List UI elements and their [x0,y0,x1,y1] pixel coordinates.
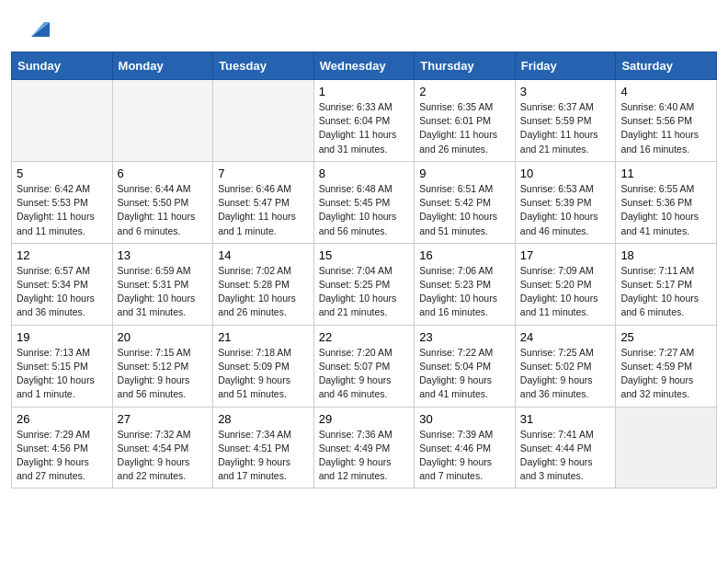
day-info: Sunrise: 7:34 AM Sunset: 4:51 PM Dayligh… [218,428,309,484]
day-cell: 26Sunrise: 7:29 AM Sunset: 4:56 PM Dayli… [12,407,113,488]
day-number: 4 [620,85,711,98]
day-info: Sunrise: 6:46 AM Sunset: 5:47 PM Dayligh… [218,182,309,238]
day-cell: 19Sunrise: 7:13 AM Sunset: 5:15 PM Dayli… [12,325,113,407]
day-info: Sunrise: 7:20 AM Sunset: 5:07 PM Dayligh… [319,346,410,402]
day-info: Sunrise: 7:39 AM Sunset: 4:46 PM Dayligh… [419,428,510,484]
day-number: 21 [218,330,309,344]
day-cell: 27Sunrise: 7:32 AM Sunset: 4:54 PM Dayli… [112,407,213,488]
day-info: Sunrise: 6:40 AM Sunset: 5:56 PM Dayligh… [620,100,711,156]
header-cell-monday: Monday [112,52,213,80]
day-number: 12 [17,248,108,262]
header-cell-thursday: Thursday [415,52,516,80]
day-number: 19 [17,330,108,344]
day-cell: 14Sunrise: 7:02 AM Sunset: 5:28 PM Dayli… [213,243,314,325]
day-number: 15 [319,248,410,262]
day-info: Sunrise: 7:15 AM Sunset: 5:12 PM Dayligh… [118,346,209,402]
day-info: Sunrise: 7:09 AM Sunset: 5:20 PM Dayligh… [520,264,611,320]
day-cell: 29Sunrise: 7:36 AM Sunset: 4:49 PM Dayli… [313,407,415,488]
day-cell: 8Sunrise: 6:48 AM Sunset: 5:45 PM Daylig… [313,161,415,243]
day-info: Sunrise: 6:44 AM Sunset: 5:50 PM Dayligh… [118,182,209,238]
day-cell: 1Sunrise: 6:33 AM Sunset: 6:04 PM Daylig… [313,80,415,162]
day-cell: 31Sunrise: 7:41 AM Sunset: 4:44 PM Dayli… [515,407,616,488]
day-number: 28 [218,412,309,426]
day-info: Sunrise: 6:57 AM Sunset: 5:34 PM Dayligh… [17,264,108,320]
day-number: 26 [17,412,108,426]
header-cell-saturday: Saturday [616,52,717,80]
day-info: Sunrise: 7:27 AM Sunset: 4:59 PM Dayligh… [620,346,711,402]
day-number: 10 [520,167,611,180]
day-cell: 11Sunrise: 6:55 AM Sunset: 5:36 PM Dayli… [616,161,717,243]
day-cell: 4Sunrise: 6:40 AM Sunset: 5:56 PM Daylig… [616,80,717,162]
day-cell: 25Sunrise: 7:27 AM Sunset: 4:59 PM Dayli… [616,325,717,407]
week-row-4: 26Sunrise: 7:29 AM Sunset: 4:56 PM Dayli… [12,407,717,488]
calendar-wrapper: SundayMondayTuesdayWednesdayThursdayFrid… [0,52,728,500]
week-row-1: 5Sunrise: 6:42 AM Sunset: 5:53 PM Daylig… [12,161,717,243]
day-cell: 30Sunrise: 7:39 AM Sunset: 4:46 PM Dayli… [415,407,516,488]
day-info: Sunrise: 7:22 AM Sunset: 5:04 PM Dayligh… [419,346,510,402]
day-info: Sunrise: 7:36 AM Sunset: 4:49 PM Dayligh… [319,428,410,484]
day-cell: 5Sunrise: 6:42 AM Sunset: 5:53 PM Daylig… [12,161,113,243]
day-info: Sunrise: 7:25 AM Sunset: 5:02 PM Dayligh… [520,346,611,402]
day-cell [213,80,314,162]
day-cell: 18Sunrise: 7:11 AM Sunset: 5:17 PM Dayli… [616,243,717,325]
day-cell: 10Sunrise: 6:53 AM Sunset: 5:39 PM Dayli… [515,161,616,243]
day-number: 2 [419,85,510,98]
header [0,0,728,52]
logo [22,17,50,42]
day-info: Sunrise: 6:33 AM Sunset: 6:04 PM Dayligh… [319,100,410,156]
header-cell-sunday: Sunday [12,52,113,80]
day-info: Sunrise: 6:55 AM Sunset: 5:36 PM Dayligh… [620,182,711,238]
day-cell: 15Sunrise: 7:04 AM Sunset: 5:25 PM Dayli… [313,243,415,325]
day-number: 14 [218,248,309,262]
day-info: Sunrise: 6:53 AM Sunset: 5:39 PM Dayligh… [520,182,611,238]
day-number: 11 [620,167,711,180]
page: SundayMondayTuesdayWednesdayThursdayFrid… [0,0,728,500]
week-row-3: 19Sunrise: 7:13 AM Sunset: 5:15 PM Dayli… [12,325,717,407]
day-cell [616,407,717,488]
week-row-0: 1Sunrise: 6:33 AM Sunset: 6:04 PM Daylig… [12,80,717,162]
day-info: Sunrise: 6:51 AM Sunset: 5:42 PM Dayligh… [419,182,510,238]
day-info: Sunrise: 7:32 AM Sunset: 4:54 PM Dayligh… [118,428,209,484]
day-cell: 20Sunrise: 7:15 AM Sunset: 5:12 PM Dayli… [112,325,213,407]
day-cell: 2Sunrise: 6:35 AM Sunset: 6:01 PM Daylig… [415,80,516,162]
day-info: Sunrise: 6:42 AM Sunset: 5:53 PM Dayligh… [17,182,108,238]
day-cell: 23Sunrise: 7:22 AM Sunset: 5:04 PM Dayli… [415,325,516,407]
day-number: 6 [118,167,209,180]
day-number: 27 [118,412,209,426]
day-number: 30 [419,412,510,426]
day-number: 31 [520,412,611,426]
day-cell [12,80,113,162]
header-cell-wednesday: Wednesday [313,52,415,80]
day-number: 1 [319,85,410,98]
day-info: Sunrise: 7:11 AM Sunset: 5:17 PM Dayligh… [620,264,711,320]
day-info: Sunrise: 7:06 AM Sunset: 5:23 PM Dayligh… [419,264,510,320]
day-cell: 12Sunrise: 6:57 AM Sunset: 5:34 PM Dayli… [12,243,113,325]
day-number: 5 [17,167,108,180]
day-cell: 9Sunrise: 6:51 AM Sunset: 5:42 PM Daylig… [415,161,516,243]
day-number: 3 [520,85,611,98]
day-cell: 22Sunrise: 7:20 AM Sunset: 5:07 PM Dayli… [313,325,415,407]
day-number: 29 [319,412,410,426]
day-cell: 16Sunrise: 7:06 AM Sunset: 5:23 PM Dayli… [415,243,516,325]
day-cell: 13Sunrise: 6:59 AM Sunset: 5:31 PM Dayli… [112,243,213,325]
day-info: Sunrise: 7:13 AM Sunset: 5:15 PM Dayligh… [17,346,108,402]
day-cell: 28Sunrise: 7:34 AM Sunset: 4:51 PM Dayli… [213,407,314,488]
day-number: 24 [520,330,611,344]
day-number: 17 [520,248,611,262]
day-number: 9 [419,167,510,180]
day-cell [112,80,213,162]
day-info: Sunrise: 6:48 AM Sunset: 5:45 PM Dayligh… [319,182,410,238]
day-cell: 6Sunrise: 6:44 AM Sunset: 5:50 PM Daylig… [112,161,213,243]
day-cell: 3Sunrise: 6:37 AM Sunset: 5:59 PM Daylig… [515,80,616,162]
day-number: 25 [620,330,711,344]
header-row: SundayMondayTuesdayWednesdayThursdayFrid… [12,52,717,80]
day-cell: 7Sunrise: 6:46 AM Sunset: 5:47 PM Daylig… [213,161,314,243]
day-info: Sunrise: 7:18 AM Sunset: 5:09 PM Dayligh… [218,346,309,402]
day-info: Sunrise: 7:29 AM Sunset: 4:56 PM Dayligh… [17,428,108,484]
day-cell: 17Sunrise: 7:09 AM Sunset: 5:20 PM Dayli… [515,243,616,325]
day-info: Sunrise: 6:35 AM Sunset: 6:01 PM Dayligh… [419,100,510,156]
day-info: Sunrise: 6:59 AM Sunset: 5:31 PM Dayligh… [118,264,209,320]
day-cell: 24Sunrise: 7:25 AM Sunset: 5:02 PM Dayli… [515,325,616,407]
day-cell: 21Sunrise: 7:18 AM Sunset: 5:09 PM Dayli… [213,325,314,407]
day-number: 13 [118,248,209,262]
